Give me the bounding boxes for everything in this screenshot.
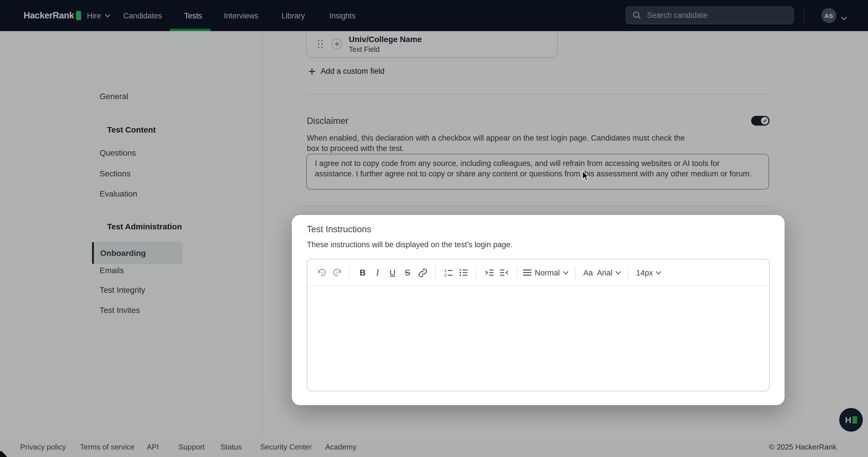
mouse-cursor [582,171,589,184]
paragraph-style-value[interactable]: Normal [535,268,560,277]
test-instructions-modal: Test Instructions These instructions wil… [292,215,784,405]
italic-button[interactable]: I [370,264,385,281]
outdent-button[interactable] [497,264,512,281]
strikethrough-icon: S [405,268,410,277]
undo-button[interactable] [314,264,329,281]
font-family-icon: Aa [583,268,593,277]
toolbar-separator [435,266,436,280]
toolbar-separator [627,266,628,280]
chevron-down-icon [563,270,568,275]
chevron-down-icon [615,270,621,275]
svg-text:1: 1 [444,268,447,273]
font-family-value[interactable]: Arial [597,268,613,277]
editor-toolbar: B I U S 12 [307,259,769,286]
toolbar-separator [517,266,518,280]
ordered-list-button[interactable]: 12 [441,264,456,281]
bold-icon: B [360,268,366,277]
underline-icon: U [390,268,396,277]
outdent-icon [499,267,509,278]
toolbar-separator [476,266,476,280]
app-root: HackerRank Hire Candidates Tests Intervi… [0,0,868,457]
ordered-list-icon: 12 [443,267,454,278]
underline-button[interactable]: U [385,264,400,281]
bold-button[interactable]: B [355,264,370,281]
modal-title: Test Instructions [307,224,371,234]
editor-content-area[interactable] [307,286,769,391]
modal-subtitle: These instructions will be displayed on … [307,240,513,249]
paragraph-style-dropdown[interactable] [523,264,532,281]
toolbar-separator [349,266,350,280]
font-size-value[interactable]: 14px [636,268,653,277]
link-button[interactable] [415,264,430,281]
undo-icon [317,268,327,278]
svg-text:2: 2 [444,273,447,278]
rich-text-editor: B I U S 12 [307,259,770,391]
chevron-down-icon [656,270,662,275]
strikethrough-button[interactable]: S [400,264,415,281]
link-icon [417,268,427,278]
redo-button[interactable] [329,264,344,281]
indent-icon [484,267,494,278]
toolbar-separator [575,266,575,280]
paragraph-lines-icon [523,268,532,277]
bullet-list-icon [458,267,468,278]
indent-button[interactable] [482,264,497,281]
italic-icon: I [376,267,379,278]
redo-icon [332,268,342,278]
bullet-list-button[interactable] [456,264,471,281]
